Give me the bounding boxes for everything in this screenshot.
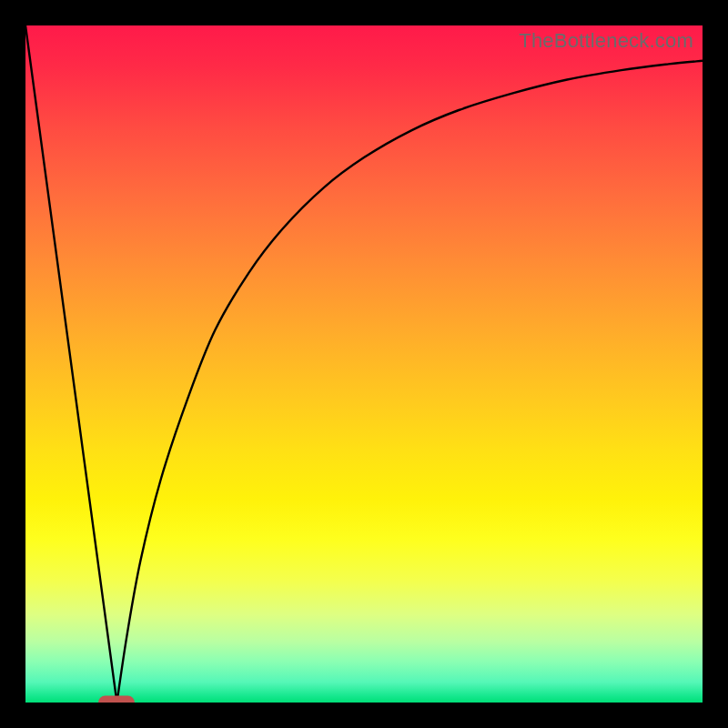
bottleneck-curve xyxy=(25,25,703,703)
optimal-point-marker xyxy=(98,696,135,703)
plot-area: TheBottleneck.com xyxy=(25,25,703,703)
curve-layer xyxy=(25,25,703,703)
chart-frame: TheBottleneck.com xyxy=(0,0,728,728)
